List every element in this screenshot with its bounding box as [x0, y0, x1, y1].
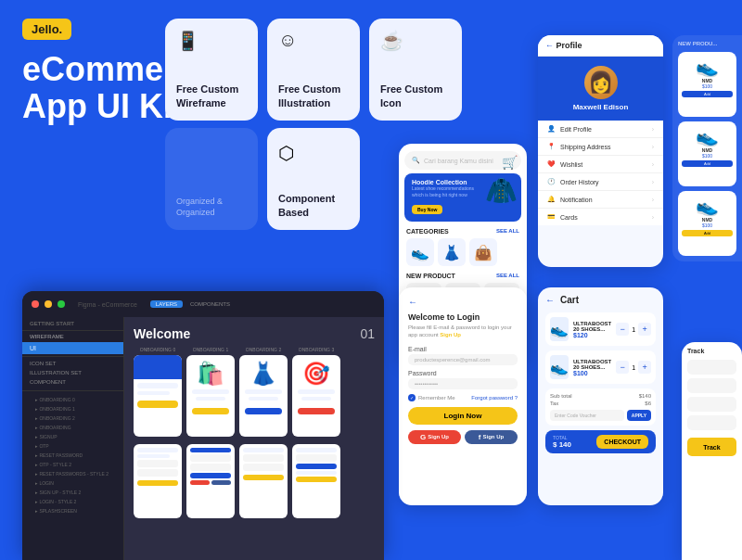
phone-icon: 📱	[176, 30, 199, 52]
layer-illustration[interactable]: ILLUSTRATION SET	[22, 368, 123, 377]
google-signin-btn[interactable]: G Sign Up	[408, 430, 461, 444]
minimize-dot[interactable]	[45, 300, 52, 308]
feature-card-wireframe[interactable]: 📱 Free CustomWireframe	[165, 19, 258, 121]
canvas-title: Welcome	[134, 326, 190, 341]
feature-card-icon[interactable]: ☕ Free CustomIcon	[369, 19, 462, 121]
apply-btn[interactable]: APPLY	[627, 410, 651, 421]
sub-onboarding-0[interactable]: ▸ ONBOARDING 0	[22, 395, 123, 404]
sub-onboarding-1[interactable]: ▸ ONBOARDING 1	[22, 404, 123, 414]
signup-link[interactable]: Sign Up	[440, 332, 461, 337]
qty-plus-1[interactable]: +	[638, 323, 651, 336]
qty-minus-2[interactable]: −	[616, 361, 629, 374]
layer-icon-set[interactable]: ICON SET	[22, 359, 123, 368]
sub-sign-up-style2[interactable]: ▸ SIGN UP - STYLE 2	[22, 488, 123, 497]
cart-icon[interactable]: 🛒	[502, 155, 518, 170]
layers-icon: ⬡	[278, 142, 349, 164]
subtotal-label: Sub total	[550, 393, 572, 399]
facebook-icon: f	[479, 433, 481, 441]
screen-thumb-2[interactable]: 👗	[239, 355, 288, 437]
cart-item-2-name: ULTRABOOST 20 SHOES...	[573, 359, 611, 370]
person-icon: 👤	[547, 125, 556, 133]
cat-item-1[interactable]: 👟	[406, 238, 434, 266]
track-item-3	[687, 397, 736, 412]
organized-text: Organized &Organized	[176, 196, 247, 219]
screen-style2-thumb[interactable]	[239, 444, 288, 518]
sub-otp[interactable]: ▸ OTP	[22, 441, 123, 451]
profile-back[interactable]: ← Profile	[545, 41, 582, 50]
subtotal-value: $140	[639, 393, 651, 399]
sub-onboarding-3[interactable]: ▸ ONBOARDING	[22, 423, 123, 432]
menu-shipping[interactable]: 📍 Shipping Address ›	[538, 138, 663, 156]
qty-plus-2[interactable]: +	[638, 361, 651, 374]
cart-item-2-price: $100	[573, 370, 611, 376]
password-input[interactable]: ••••••••••••	[408, 378, 518, 389]
sub-splashscreen[interactable]: ▸ SPLASHSCREEN	[22, 506, 123, 515]
sub-onboarding-2[interactable]: ▸ ONBOARDING 2	[22, 414, 123, 423]
menu-notification[interactable]: 🔔 Notification ›	[538, 191, 663, 209]
sub-signup[interactable]: ▸ SIGNUP	[22, 432, 123, 441]
close-dot[interactable]	[32, 300, 39, 308]
sub-otp-style2[interactable]: ▸ OTP - STYLE 2	[22, 460, 123, 469]
sub-reset-style2[interactable]: ▸ RESET PASSWORDS - STYLE 2	[22, 469, 123, 478]
menu-edit-profile[interactable]: 👤 Edit Profile ›	[538, 121, 663, 138]
component-label: ComponentBased	[278, 192, 349, 219]
forgot-password-link[interactable]: Forgot password ?	[471, 395, 518, 401]
screen-reset-thumb[interactable]	[292, 444, 340, 518]
voucher-input[interactable]: Enter Code Voucher	[550, 410, 624, 421]
feature-card-illustration[interactable]: ☺️ Free CustomIllustration	[267, 19, 360, 121]
organized-card: Organized &Organized	[165, 128, 258, 230]
cup-icon: ☕	[380, 30, 403, 52]
screen-signup-thumb[interactable]	[186, 444, 235, 518]
cart-item-1-qty: − 1 +	[616, 323, 651, 336]
menu-wishlist[interactable]: ❤️ Wishlist ›	[538, 156, 663, 173]
menu-cards[interactable]: 💳 Cards ›	[538, 209, 663, 225]
heart-icon: ❤️	[547, 160, 556, 168]
screen-thumb-1[interactable]: 🛍️	[186, 355, 235, 437]
facebook-signin-btn[interactable]: f Sign Up	[465, 430, 518, 444]
figma-tab-inactive[interactable]: COMPONENTS	[186, 300, 234, 308]
cart-back-btn[interactable]: ←	[545, 295, 555, 305]
cart-item-2-qty: − 1 +	[616, 361, 651, 374]
figma-body: GETTING START WIREFRAME UI ICON SET ILLU…	[22, 317, 384, 560]
layer-component[interactable]: COMPONENT	[22, 377, 123, 387]
screen-thumb-3[interactable]: 🎯	[292, 355, 340, 437]
figma-canvas[interactable]: Welcome 01 ONBOARDING 0	[124, 317, 384, 560]
cart-item-2: 👟 ULTRABOOST 20 SHOES... $100 − 1 +	[545, 350, 656, 384]
track-btn[interactable]: Track	[687, 438, 736, 456]
banner-image: 🧥	[485, 175, 518, 206]
banner-btn[interactable]: Buy Now	[412, 205, 442, 214]
cat-item-2[interactable]: 👗	[438, 238, 466, 266]
right-shoe-1[interactable]: 👟 NMD $100 Add	[678, 52, 736, 117]
sub-login-style2[interactable]: ▸ LOGIN - STYLE 2	[22, 497, 123, 506]
qty-minus-1[interactable]: −	[616, 323, 629, 336]
email-input[interactable]: productesperence@gmail.com	[408, 354, 518, 365]
see-all-categories[interactable]: SEE ALL	[496, 228, 519, 235]
right-preview-panel: NEW PRODU... 👟 NMD $100 Add 👟 NMD $100 A…	[672, 35, 742, 261]
layer-ui-active[interactable]: UI	[22, 342, 123, 354]
menu-order-history[interactable]: 🕐 Order History ›	[538, 173, 663, 191]
screen-thumb-0[interactable]	[134, 355, 182, 437]
login-back-btn[interactable]: ←	[408, 297, 518, 307]
bell-icon: 🔔	[547, 196, 556, 203]
categories-label: CATEGORIES	[406, 228, 449, 235]
screen-login-thumb[interactable]	[134, 444, 182, 518]
layer-wireframe[interactable]: WIREFRAME	[22, 331, 123, 342]
feature-cards-row: 📱 Free CustomWireframe ☺️ Free CustomIll…	[165, 19, 462, 121]
figma-toolbar: Figma - eCommerce LAYERS COMPONENTS	[22, 291, 384, 317]
figma-tab-active[interactable]: LAYERS	[150, 300, 183, 308]
feature-card-component[interactable]: ⬡ ComponentBased	[267, 128, 360, 230]
sub-login[interactable]: ▸ LOGIN	[22, 478, 123, 488]
right-shoe-2[interactable]: 👟 NMD $100 Add	[678, 121, 736, 186]
cart-screen: ← Cart 👟 ULTRABOOST 20 SHOES... $120 − 1…	[538, 287, 663, 505]
cat-item-3[interactable]: 👜	[469, 238, 497, 266]
maximize-dot[interactable]	[58, 300, 65, 308]
login-btn[interactable]: Login Now	[408, 407, 518, 425]
cart-item-1: 👟 ULTRABOOST 20 SHOES... $120 − 1 +	[545, 312, 656, 346]
icon-label: Free CustomIcon	[380, 83, 451, 109]
cart-item-2-image: 👟	[550, 355, 569, 379]
see-all-products[interactable]: SEE ALL	[496, 273, 519, 279]
sub-reset-password[interactable]: ▸ RESET PASSWORD	[22, 451, 123, 460]
checkout-btn[interactable]: CHECKOUT	[596, 435, 648, 449]
remember-me-checkbox[interactable]: ✓ Remember Me	[408, 394, 455, 401]
right-shoe-3[interactable]: 👟 NMD $100 Add	[678, 191, 736, 256]
